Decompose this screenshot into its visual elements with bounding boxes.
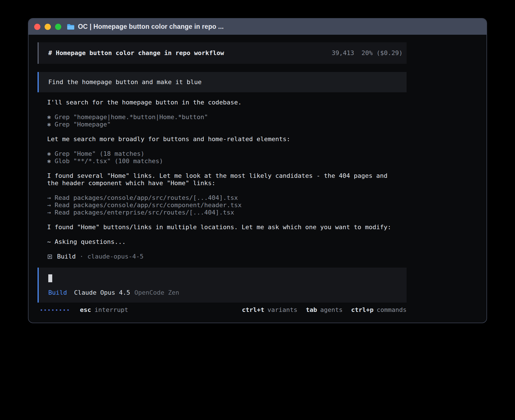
window-title: OC | Homepage button color change in rep… xyxy=(78,23,224,30)
session-header: # Homepage button color change in repo w… xyxy=(38,42,407,64)
transcript-line-blank xyxy=(47,231,401,238)
transcript-line-tool: ✱ Grep "Home" (18 matches) xyxy=(47,150,401,158)
folder-icon xyxy=(67,24,75,30)
opencode-tui: # Homepage button color change in repo w… xyxy=(38,35,407,314)
transcript-line-text: I found several "Home" links. Let me loo… xyxy=(47,172,401,187)
shortcut-key: ctrl+t xyxy=(242,306,264,314)
transcript-line-tool: ✱ Glob "**/*.tsx" (100 matches) xyxy=(47,158,401,165)
transcript-line-blank xyxy=(47,143,401,150)
input-provider-label: OpenCode Zen xyxy=(134,289,179,296)
footer-shortcut: ctrl+pcommands xyxy=(351,306,407,314)
transcript-line-blank xyxy=(47,187,401,194)
user-message: Find the homepage button and make it blu… xyxy=(38,72,407,92)
transcript: I'll search for the homepage button in t… xyxy=(38,99,407,246)
prompt-input[interactable]: Build Claude Opus 4.5 OpenCode Zen xyxy=(38,268,407,303)
input-meta: Build Claude Opus 4.5 OpenCode Zen xyxy=(48,289,398,296)
shortcut-label: commands xyxy=(377,306,407,314)
agent-separator: · xyxy=(80,253,83,260)
transcript-line-blank xyxy=(47,216,401,224)
terminal-content: # Homepage button color change in repo w… xyxy=(29,35,486,323)
transcript-line-blank xyxy=(47,106,401,113)
close-window-button[interactable] xyxy=(34,24,40,30)
titlebar-title-group: OC | Homepage button color change in rep… xyxy=(67,23,224,30)
transcript-line-tool: → Read packages/enterprise/src/routes/[.… xyxy=(47,209,401,216)
minimize-window-button[interactable] xyxy=(45,24,51,30)
window-controls xyxy=(34,24,61,30)
user-message-text: Find the homepage button and make it blu… xyxy=(48,78,202,86)
transcript-line-blank xyxy=(47,165,401,172)
agent-name: Build xyxy=(57,253,76,260)
agent-status-row: Build · claude-opus-4-5 xyxy=(38,253,407,260)
status-bar: esc interrupt ctrl+tvariantstabagentsctr… xyxy=(38,306,407,314)
spinner-dots xyxy=(40,309,71,311)
esc-key-hint: esc xyxy=(80,306,91,314)
session-title: # Homepage button color change in repo w… xyxy=(48,49,224,57)
transcript-line-text: I'll search for the homepage button in t… xyxy=(47,99,401,106)
transcript-line-tool: ✱ Grep "homepage|home.*button|Home.*butt… xyxy=(47,113,401,121)
session-stats: 39,413 20% ($0.29) xyxy=(332,49,403,57)
shortcut-hints: ctrl+tvariantstabagentsctrl+pcommands xyxy=(242,306,407,314)
input-mode-label[interactable]: Build xyxy=(48,289,67,296)
shortcut-key: tab xyxy=(306,306,317,314)
transcript-line-tool: → Read packages/console/app/src/routes/[… xyxy=(47,194,401,202)
transcript-line-tool: ✱ Grep "Homepage" xyxy=(47,121,401,128)
transcript-line-blank xyxy=(47,128,401,135)
agent-model: claude-opus-4-5 xyxy=(87,253,143,260)
text-cursor xyxy=(48,274,52,282)
transcript-line-text: Let me search more broadly for buttons a… xyxy=(47,135,401,143)
terminal-window: OC | Homepage button color change in rep… xyxy=(28,18,487,323)
transcript-line-text: I found "Home" buttons/links in multiple… xyxy=(47,224,401,231)
token-count: 39,413 xyxy=(332,49,354,57)
footer-shortcut: tabagents xyxy=(306,306,342,314)
maximize-window-button[interactable] xyxy=(55,24,61,30)
esc-action-label: interrupt xyxy=(95,306,128,314)
footer-shortcut: ctrl+tvariants xyxy=(242,306,297,314)
transcript-line-status: ~ Asking questions... xyxy=(47,238,401,246)
context-usage: 20% ($0.29) xyxy=(361,49,403,57)
shortcut-label: agents xyxy=(320,306,342,314)
agent-icon xyxy=(48,255,52,259)
shortcut-key: ctrl+p xyxy=(351,306,374,314)
transcript-line-tool: → Read packages/console/app/src/componen… xyxy=(47,202,401,209)
titlebar: OC | Homepage button color change in rep… xyxy=(29,19,486,35)
shortcut-label: variants xyxy=(267,306,297,314)
input-model-label[interactable]: Claude Opus 4.5 xyxy=(74,289,130,296)
